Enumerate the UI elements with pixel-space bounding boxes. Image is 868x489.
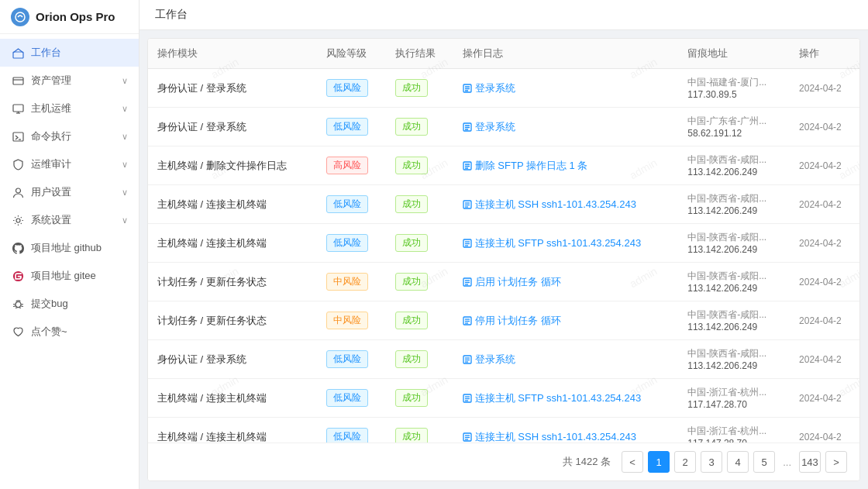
- table-row: 主机终端 / 连接主机终端 低风险 成功 连接主机 SFTP ssh1-101.…: [148, 224, 859, 263]
- log-link[interactable]: 连接主机 SSH ssh1-101.43.254.243: [463, 198, 669, 212]
- bug-icon: [11, 297, 25, 311]
- sidebar-item-host-ops[interactable]: 主机运维 ∨: [0, 95, 139, 122]
- svg-line-14: [13, 304, 16, 305]
- shield-icon: [11, 157, 25, 171]
- sidebar: Orion Ops Pro 工作台 资产管理 ∨ 主机运维 ∨: [0, 0, 140, 489]
- pagination-last-page[interactable]: 143: [799, 451, 821, 473]
- log-link[interactable]: 停用 计划任务 循环: [463, 314, 669, 328]
- log-link[interactable]: 连接主机 SSH ssh1-101.43.254.243: [463, 430, 669, 443]
- sidebar-item-like[interactable]: 点个赞~: [0, 318, 139, 346]
- cell-risk: 中风险: [317, 263, 386, 301]
- pagination-page-1[interactable]: 1: [648, 451, 670, 473]
- sidebar-menu: 工作台 资产管理 ∨ 主机运维 ∨ 命令执行 ∨: [0, 34, 139, 489]
- cell-result: 成功: [386, 418, 453, 443]
- col-result: 执行结果: [386, 39, 453, 69]
- risk-badge: 低风险: [326, 350, 368, 368]
- sidebar-item-assets[interactable]: 资产管理 ∨: [0, 67, 139, 95]
- pagination-prev[interactable]: <: [622, 451, 643, 473]
- cell-log: 停用 计划任务 循环: [453, 301, 678, 340]
- table-row: 主机终端 / 连接主机终端 低风险 成功 连接主机 SFTP ssh1-101.…: [148, 379, 859, 418]
- sidebar-item-gitee[interactable]: 项目地址 gitee: [0, 262, 139, 290]
- sidebar-item-like-label: 点个赞~: [31, 325, 128, 339]
- log-link[interactable]: 登录系统: [463, 353, 669, 367]
- cell-log: 连接主机 SFTP ssh1-101.43.254.243: [453, 379, 678, 418]
- cell-location: 中国-陕西省-咸阳...113.142.206.249: [678, 146, 790, 185]
- cell-risk: 中风险: [317, 301, 386, 340]
- sidebar-item-github[interactable]: 项目地址 github: [0, 234, 139, 262]
- sidebar-item-user[interactable]: 用户设置 ∨: [0, 178, 139, 206]
- cell-time: 2024-04-2: [790, 224, 859, 263]
- table-row: 主机终端 / 连接主机终端 低风险 成功 连接主机 SSH ssh1-101.4…: [148, 418, 859, 443]
- cell-module: 主机终端 / 连接主机终端: [148, 418, 317, 443]
- log-link[interactable]: 连接主机 SFTP ssh1-101.43.254.243: [463, 391, 669, 405]
- col-location: 留痕地址: [678, 39, 790, 69]
- user-icon: [11, 185, 25, 199]
- pagination-page-4[interactable]: 4: [727, 451, 749, 473]
- cell-risk: 低风险: [317, 418, 386, 443]
- sidebar-item-workbench[interactable]: 工作台: [0, 39, 139, 67]
- log-link[interactable]: 删除 SFTP 操作日志 1 条: [463, 159, 669, 173]
- svg-rect-4: [13, 105, 23, 112]
- pagination-page-5[interactable]: 5: [753, 451, 775, 473]
- svg-rect-1: [13, 52, 23, 58]
- col-log: 操作日志: [453, 39, 678, 69]
- cell-time: 2024-04-2: [790, 379, 859, 418]
- log-link[interactable]: 登录系统: [463, 120, 669, 134]
- cell-time: 2024-04-2: [790, 301, 859, 340]
- cell-risk: 低风险: [317, 185, 386, 224]
- log-link[interactable]: 启用 计划任务 循环: [463, 275, 669, 289]
- cell-time: 2024-04-2: [790, 340, 859, 379]
- page-title: 工作台: [155, 8, 188, 20]
- cell-risk: 低风险: [317, 379, 386, 418]
- sidebar-item-gitee-label: 项目地址 gitee: [31, 269, 128, 283]
- cell-log: 连接主机 SFTP ssh1-101.43.254.243: [453, 224, 678, 263]
- col-time: 操作: [790, 39, 859, 69]
- col-risk: 风险等级: [317, 39, 386, 69]
- pagination-page-2[interactable]: 2: [674, 451, 696, 473]
- cell-location: 中国-陕西省-咸阳...113.142.206.249: [678, 224, 790, 263]
- sidebar-item-github-label: 项目地址 github: [31, 241, 128, 255]
- cell-module: 身份认证 / 登录系统: [148, 69, 317, 108]
- pagination-total: 共 1422 条: [563, 455, 611, 469]
- log-link[interactable]: 连接主机 SFTP ssh1-101.43.254.243: [463, 236, 669, 250]
- table-row: 身份认证 / 登录系统 低风险 成功 登录系统 中国-陕西省-咸阳...113.…: [148, 340, 859, 379]
- chevron-icon: ∨: [122, 188, 128, 198]
- svg-rect-7: [13, 133, 23, 141]
- monitor-icon: [11, 102, 25, 115]
- cell-result: 成功: [386, 340, 453, 379]
- table-header-row: 操作模块 风险等级 执行结果 操作日志 留痕地址 操作: [148, 39, 859, 69]
- sidebar-item-bug[interactable]: 提交bug: [0, 290, 139, 318]
- risk-badge: 低风险: [326, 234, 368, 252]
- table-row: 计划任务 / 更新任务状态 中风险 成功 启用 计划任务 循环 中国-陕西省-咸…: [148, 263, 859, 301]
- result-badge: 成功: [395, 157, 428, 174]
- cell-log: 登录系统: [453, 108, 678, 146]
- pagination-next[interactable]: >: [825, 451, 847, 473]
- cell-module: 计划任务 / 更新任务状态: [148, 263, 317, 301]
- sidebar-item-audit[interactable]: 运维审计 ∨: [0, 150, 139, 178]
- assets-icon: [11, 74, 25, 88]
- result-badge: 成功: [395, 195, 428, 213]
- gear-icon: [11, 213, 25, 227]
- sidebar-item-workbench-label: 工作台: [31, 46, 128, 60]
- sidebar-item-cmd[interactable]: 命令执行 ∨: [0, 122, 139, 150]
- pagination-ellipsis: ...: [780, 456, 794, 468]
- cell-risk: 低风险: [317, 69, 386, 108]
- cell-time: 2024-04-2: [790, 185, 859, 224]
- result-badge: 成功: [395, 273, 428, 291]
- risk-badge: 低风险: [326, 389, 368, 407]
- sidebar-item-bug-label: 提交bug: [31, 297, 128, 311]
- cell-result: 成功: [386, 301, 453, 340]
- cell-result: 成功: [386, 224, 453, 263]
- cell-location: 中国-浙江省-杭州...117.147.28.70: [678, 379, 790, 418]
- svg-point-0: [16, 12, 25, 22]
- cell-module: 主机终端 / 删除文件操作日志: [148, 146, 317, 185]
- cell-time: 2024-04-2: [790, 69, 859, 108]
- pagination-page-3[interactable]: 3: [701, 451, 722, 473]
- main-content: 工作台 admin admin admin admin admin admin …: [140, 0, 868, 489]
- table-row: 主机终端 / 删除文件操作日志 高风险 成功 删除 SFTP 操作日志 1 条 …: [148, 146, 859, 185]
- sidebar-item-host-label: 主机运维: [31, 102, 122, 115]
- cell-risk: 低风险: [317, 340, 386, 379]
- log-link[interactable]: 登录系统: [463, 81, 669, 95]
- cell-risk: 低风险: [317, 224, 386, 263]
- sidebar-item-sysset[interactable]: 系统设置 ∨: [0, 206, 139, 234]
